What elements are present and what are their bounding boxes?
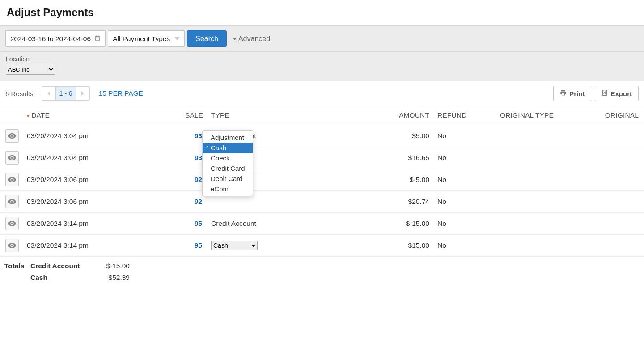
triangle-right-icon: [81, 91, 84, 96]
cell-refund: No: [432, 125, 497, 147]
export-label: Export: [610, 90, 632, 97]
totals-heading: Totals: [4, 262, 30, 270]
advanced-label: Advanced: [238, 35, 270, 43]
view-row-button[interactable]: [5, 195, 19, 208]
advanced-toggle[interactable]: Advanced: [233, 35, 270, 43]
cell-type: Credit Account: [205, 213, 378, 235]
per-page-selector[interactable]: 15 PER PAGE: [99, 89, 144, 97]
cell-amount: $-5.00: [378, 169, 432, 191]
table-row: 03/20/2024 3:14 pm95Credit Account$-15.0…: [0, 213, 644, 235]
col-type-header[interactable]: TYPE: [205, 106, 378, 125]
pager-prev-button[interactable]: [42, 87, 55, 100]
table-row: 03/20/2024 3:04 pm93Cash$16.65No: [0, 147, 644, 169]
cell-date: 03/20/2024 3:04 pm: [21, 125, 182, 147]
cell-amount: $5.00: [378, 125, 432, 147]
search-bar: 2024-03-16 to 2024-04-06 All Payment Typ…: [0, 25, 644, 52]
export-icon: [602, 89, 608, 97]
view-row-button[interactable]: [5, 173, 19, 186]
payment-type-select[interactable]: All Payment Types: [108, 30, 185, 47]
cell-type: Cash: [205, 235, 378, 257]
location-label: Location: [6, 55, 638, 63]
payments-table: ▾DATE SALE TYPE AMOUNT REFUND ORIGINAL T…: [0, 106, 644, 257]
type-menu-item[interactable]: Adjustment: [203, 132, 253, 143]
col-orig-type-header[interactable]: ORIGINAL TYPE: [497, 106, 599, 125]
print-icon: [560, 89, 567, 97]
pager-next-button[interactable]: [76, 87, 89, 100]
table-row: 03/20/2024 3:06 pm92$-5.00No: [0, 169, 644, 191]
pager-range[interactable]: 1 - 6: [55, 87, 76, 100]
totals-label: Credit Account: [30, 262, 102, 270]
type-menu-item[interactable]: eCom: [203, 184, 253, 194]
type-menu-item[interactable]: Debit Card: [203, 173, 253, 184]
totals-section: Totals Credit Account $-15.00 Cash $52.3…: [0, 257, 644, 288]
totals-value: $52.39: [102, 274, 130, 282]
cell-amount: $20.74: [378, 191, 432, 213]
triangle-left-icon: [47, 91, 50, 96]
cell-date: 03/20/2024 3:14 pm: [21, 213, 182, 235]
sale-link[interactable]: 93: [195, 132, 202, 139]
cell-amount: $15.00: [378, 235, 432, 257]
cell-refund: No: [432, 169, 497, 191]
cell-refund: No: [432, 235, 497, 257]
sale-link[interactable]: 92: [195, 198, 202, 205]
cell-date: 03/20/2024 3:04 pm: [21, 147, 182, 169]
col-sale-header[interactable]: SALE: [182, 106, 205, 125]
page-title: Adjust Payments: [7, 6, 637, 19]
view-row-button[interactable]: [5, 217, 19, 230]
results-bar: 6 Results 1 - 6 15 PER PAGE Print Export: [0, 81, 644, 106]
type-dropdown-menu: AdjustmentCashCheckCredit CardDebit Card…: [202, 130, 253, 196]
search-button[interactable]: Search: [187, 30, 227, 47]
col-date-header[interactable]: ▾DATE: [21, 106, 182, 125]
payment-type-value: All Payment Types: [113, 35, 170, 43]
cell-amount: $-15.00: [378, 213, 432, 235]
col-refund-header[interactable]: REFUND: [432, 106, 497, 125]
sale-link[interactable]: 92: [195, 176, 202, 183]
caret-down-icon: [174, 37, 180, 40]
cell-refund: No: [432, 191, 497, 213]
results-count: 6 Results: [5, 90, 34, 97]
type-menu-item[interactable]: Check: [203, 153, 253, 163]
cell-date: 03/20/2024 3:06 pm: [21, 191, 182, 213]
cell-refund: No: [432, 213, 497, 235]
view-row-button[interactable]: [5, 129, 19, 143]
type-select[interactable]: Cash: [211, 241, 258, 250]
cell-date: 03/20/2024 3:06 pm: [21, 169, 182, 191]
table-row: 03/20/2024 3:06 pm92$20.74No: [0, 191, 644, 213]
table-row: 03/20/2024 3:14 pm95Cash$15.00No: [0, 235, 644, 257]
print-button[interactable]: Print: [553, 86, 591, 101]
col-amount-header[interactable]: AMOUNT: [378, 106, 432, 125]
location-select[interactable]: ABC Inc: [6, 64, 55, 75]
calendar-icon: [94, 35, 101, 42]
export-button[interactable]: Export: [595, 86, 639, 101]
cell-amount: $16.65: [378, 147, 432, 169]
sale-link[interactable]: 95: [195, 219, 202, 227]
cell-date: 03/20/2024 3:14 pm: [21, 235, 182, 257]
cell-refund: No: [432, 147, 497, 169]
view-row-button[interactable]: [5, 151, 19, 165]
print-label: Print: [569, 90, 585, 97]
totals-label: Cash: [30, 274, 102, 282]
totals-value: $-15.00: [102, 262, 130, 270]
sort-desc-icon: ▾: [27, 113, 30, 118]
pager: 1 - 6: [42, 86, 90, 101]
table-row: 03/20/2024 3:04 pm93Credit Account$5.00N…: [0, 125, 644, 147]
col-orig-header[interactable]: ORIGINAL: [599, 106, 644, 125]
chevron-down-icon: [233, 38, 237, 40]
type-menu-item[interactable]: Credit Card: [203, 163, 253, 173]
type-menu-item[interactable]: Cash: [203, 143, 253, 153]
date-range-picker[interactable]: 2024-03-16 to 2024-04-06: [5, 30, 106, 47]
view-row-button[interactable]: [5, 239, 19, 252]
date-range-value: 2024-03-16 to 2024-04-06: [10, 35, 91, 43]
location-bar: Location ABC Inc: [0, 52, 644, 81]
sale-link[interactable]: 95: [195, 241, 202, 249]
sale-link[interactable]: 93: [195, 154, 202, 161]
